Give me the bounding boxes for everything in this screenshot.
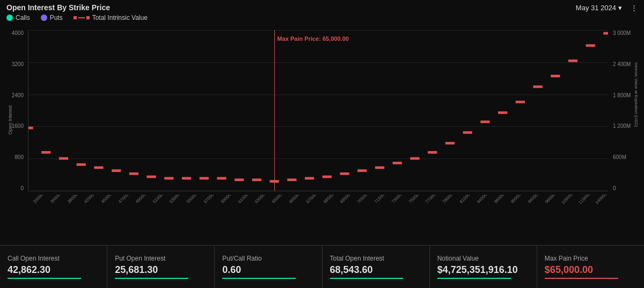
x-label: 79000 [440,195,456,206]
stat-underline [545,278,618,279]
x-label: 38000 [64,195,80,206]
stat-value: 0.60 [222,264,314,276]
x-label: 49000 [133,195,148,206]
x-label: 57000 [201,195,217,206]
x-label: 73000 [389,195,404,206]
x-label: 20000 [31,195,46,206]
tiv-dot-icon [74,16,77,19]
x-label: 30000 [47,195,63,206]
stat-label: Max Pain Price [545,255,636,262]
x-label: 51000 [150,195,165,206]
stat-item: Put Open Interest25,681.30 [107,246,215,288]
main-container: Open Interest By Strike Price May 31 202… [0,0,644,288]
x-label: 61000 [235,195,251,206]
stat-label: Call Open Interest [8,255,99,262]
x-label: 86000 [491,195,507,206]
x-label: 42000 [82,195,97,206]
stat-item: Total Open Interest68,543.60 [323,246,430,288]
y-right-label: Intrinsic Value at Expiration [USD] [631,62,639,127]
tiv-line-icon [78,17,85,18]
chart-area: 4000 3200 2400 1600 800 0 3 000M 2 400M … [0,24,644,245]
y-right-0: 0 [613,185,616,191]
stat-value: $65,000.00 [545,264,636,276]
y-left-3200: 3200 [12,61,24,67]
header-row: Open Interest By Strike Price May 31 202… [0,0,644,12]
x-label: 81000 [457,195,473,206]
y-left-2400: 2400 [12,92,24,98]
stat-item: Call Open Interest42,862.30 [0,246,107,288]
stat-value: 42,862.30 [8,264,99,276]
x-label: 71500 [372,195,387,206]
y-left-1600: 1600 [12,123,24,129]
max-pain-line [274,30,275,191]
x-label: 77000 [423,195,438,206]
x-label: 96000 [543,195,558,206]
x-label: 55000 [184,195,200,206]
stat-underline [115,278,188,279]
x-label: 94000 [525,195,541,206]
stat-label: Total Open Interest [330,255,422,262]
x-label: 59000 [218,195,233,206]
y-right-2400m: 2 400M [613,61,631,67]
y-right-1200m: 1 200M [613,123,631,129]
stat-label: Put Open Interest [115,255,207,262]
x-label: 75000 [406,195,421,206]
tiv-dot2-icon [86,16,90,19]
x-label: 47000 [116,195,131,206]
stat-underline [222,278,296,279]
y-right-1800m: 1 800M [613,92,631,98]
stat-item: Max Pain Price$65,000.00 [537,246,644,288]
stat-underline [437,278,511,279]
x-label: 53000 [167,195,182,206]
x-label: 68500 [320,195,336,206]
calls-icon [6,15,13,21]
x-label: 67500 [303,195,319,206]
y-left-800: 800 [14,154,24,160]
stat-value: 25,681.30 [115,264,207,276]
y-left-4000: 4000 [12,30,24,36]
y-right-3000m: 3 000M [613,30,631,36]
legend-calls: Calls [6,14,30,21]
x-label: 70500 [355,195,370,206]
max-pain-label: Max Pain Price: 65,000.00 [277,35,349,42]
tiv-label: Total Intrinsic Value [92,14,148,21]
chart-wrapper: 4000 3200 2400 1600 800 0 3 000M 2 400M … [6,30,638,218]
x-label: 69500 [338,195,353,206]
chart-inner: Max Pain Price: 65,000.00 [28,30,608,191]
y-right-600m: 600M [613,154,626,160]
x-label: 45000 [99,195,114,206]
puts-icon [41,15,47,21]
y-left-label: Open Interest [8,105,13,135]
chevron-down-icon[interactable]: ▾ [618,4,622,12]
stat-label: Put/Call Ratio [222,255,314,262]
stat-value: 68,543.60 [330,264,422,276]
x-label: 105000 [559,195,575,206]
chart-title: Open Interest By Strike Price [6,3,110,12]
x-label: 66500 [287,195,302,206]
legend-row: Calls Puts Total Intrinsic Value [0,12,644,24]
stat-item: Put/Call Ratio0.60 [215,246,322,288]
stat-underline [8,278,81,279]
calls-label: Calls [16,14,30,21]
legend-puts: Puts [41,14,63,21]
date-label: May 31 2024 [576,4,616,12]
x-label: 115000 [576,195,592,206]
stat-item: Notional Value$4,725,351,916.10 [430,246,537,288]
stats-bar: Call Open Interest42,862.30Put Open Inte… [0,245,644,288]
x-label: 65000 [269,195,285,206]
x-label: 140000 [594,195,608,206]
y-left-0: 0 [20,185,24,191]
x-label: 63000 [252,195,268,206]
stat-label: Notional Value [437,255,529,262]
puts-label: Puts [50,14,63,21]
x-label: 84000 [474,195,489,206]
more-icon[interactable]: ⋮ [631,4,638,12]
stat-value: $4,725,351,916.10 [437,264,529,276]
date-control[interactable]: May 31 2024 ▾ ⋮ [576,4,638,12]
x-labels: 2000030000380004200045000470004900051000… [28,195,608,218]
legend-tiv: Total Intrinsic Value [74,14,148,21]
x-label: 90000 [508,195,524,206]
bars-container [28,30,608,191]
stat-underline [330,278,404,279]
